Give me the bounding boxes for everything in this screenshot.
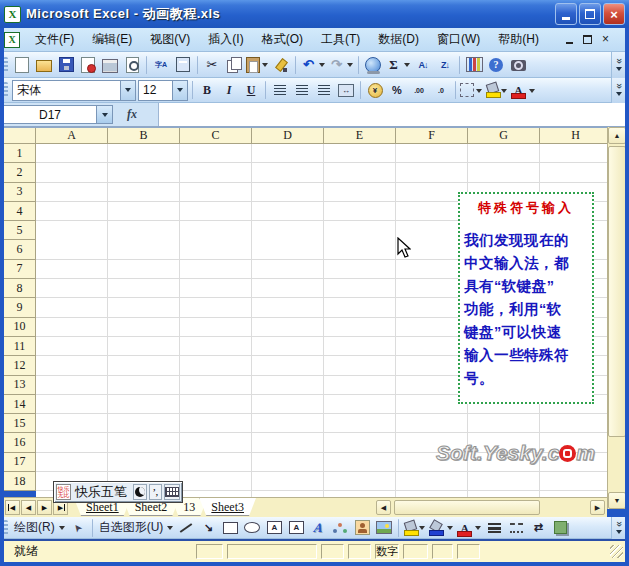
font-size-select[interactable]: 12: [138, 80, 188, 101]
menu-format[interactable]: 格式(O): [253, 28, 312, 51]
scroll-down-button[interactable]: ▼: [608, 492, 626, 509]
ime-bar[interactable]: 快乐 无比 快乐五笔 ’,: [53, 481, 183, 503]
copy-button[interactable]: [224, 55, 244, 75]
close-button[interactable]: ×: [603, 3, 625, 25]
row-header[interactable]: 11: [4, 337, 36, 356]
row-header[interactable]: 15: [4, 414, 36, 433]
line-button[interactable]: [176, 518, 196, 538]
scroll-left-button[interactable]: ◀: [376, 500, 391, 515]
column-header[interactable]: D: [252, 128, 324, 144]
punctuation-toggle-button[interactable]: ’,: [149, 484, 162, 500]
decrease-decimal-button[interactable]: .0: [431, 80, 451, 100]
align-left-button[interactable]: [270, 80, 290, 100]
permission-button[interactable]: [78, 55, 98, 75]
align-center-button[interactable]: [292, 80, 312, 100]
column-header[interactable]: A: [36, 128, 108, 144]
toolbar-options-button[interactable]: »: [611, 52, 625, 78]
chevron-down-icon[interactable]: [172, 81, 187, 100]
workbook-minimize-button[interactable]: [562, 32, 577, 46]
chevron-down-icon[interactable]: [120, 81, 135, 100]
sort-descending-button[interactable]: Z↓: [435, 55, 455, 75]
line-style-button[interactable]: [484, 518, 504, 538]
cut-button[interactable]: ✂: [202, 55, 222, 75]
scroll-right-button[interactable]: ▶: [590, 500, 605, 515]
insert-picture-button[interactable]: [374, 518, 394, 538]
merge-center-button[interactable]: ↔: [336, 80, 356, 100]
diagram-button[interactable]: [330, 518, 350, 538]
name-box-dropdown[interactable]: [97, 105, 113, 124]
soft-keyboard-button[interactable]: [164, 484, 180, 500]
print-preview-button[interactable]: [122, 55, 142, 75]
rectangle-button[interactable]: [220, 518, 240, 538]
new-button[interactable]: [12, 55, 32, 75]
row-header[interactable]: 2: [4, 163, 36, 182]
row-header[interactable]: 14: [4, 395, 36, 414]
tab-sheet3[interactable]: Sheet3: [199, 498, 256, 516]
line-color-button[interactable]: [428, 518, 454, 538]
row-header[interactable]: 3: [4, 183, 36, 202]
help-button[interactable]: ?: [486, 55, 506, 75]
shadow-style-button[interactable]: [550, 518, 570, 538]
restore-button[interactable]: [579, 3, 601, 25]
first-sheet-button[interactable]: ◀: [5, 500, 20, 515]
next-sheet-button[interactable]: ▶: [37, 500, 52, 515]
row-header[interactable]: 9: [4, 298, 36, 317]
fullwidth-toggle-button[interactable]: [133, 484, 146, 500]
arrow-style-button[interactable]: ⇄: [528, 518, 548, 538]
bold-button[interactable]: B: [197, 80, 217, 100]
row-header[interactable]: 17: [4, 453, 36, 472]
name-box[interactable]: D17: [3, 105, 97, 124]
row-header[interactable]: 5: [4, 221, 36, 240]
scroll-up-button[interactable]: ▲: [608, 127, 626, 144]
wordart-button[interactable]: A: [308, 518, 328, 538]
font-color-button[interactable]: A: [510, 80, 536, 100]
column-header[interactable]: G: [468, 128, 540, 144]
open-button[interactable]: [34, 55, 54, 75]
select-objects-button[interactable]: ➤: [68, 518, 88, 538]
resize-grip[interactable]: [610, 545, 623, 558]
formula-input[interactable]: [158, 103, 629, 126]
fill-color-button[interactable]: [485, 80, 508, 100]
column-header[interactable]: F: [396, 128, 468, 144]
vertical-scrollbar[interactable]: ▲ ▼: [607, 127, 625, 509]
row-header[interactable]: 13: [4, 376, 36, 395]
underline-button[interactable]: U: [241, 80, 261, 100]
menu-insert[interactable]: 插入(I): [199, 28, 252, 51]
row-header[interactable]: 10: [4, 318, 36, 337]
horizontal-scroll-thumb[interactable]: [394, 500, 540, 515]
clip-art-button[interactable]: [352, 518, 372, 538]
font-color-button[interactable]: A: [456, 518, 482, 538]
workbook-restore-button[interactable]: [580, 32, 595, 46]
autoshapes-menu-button[interactable]: 自选图形(U): [97, 518, 175, 538]
previous-sheet-button[interactable]: ◀: [21, 500, 36, 515]
row-header[interactable]: 1: [4, 144, 36, 163]
autosum-button[interactable]: Σ: [385, 55, 411, 75]
column-header[interactable]: B: [108, 128, 180, 144]
arrow-button[interactable]: ↘: [198, 518, 218, 538]
row-header[interactable]: 6: [4, 240, 36, 259]
menu-edit[interactable]: 编辑(E): [83, 28, 141, 51]
increase-decimal-button[interactable]: .00: [409, 80, 429, 100]
row-header[interactable]: 4: [4, 202, 36, 221]
menu-help[interactable]: 帮助(H): [489, 28, 548, 51]
menu-view[interactable]: 视图(V): [141, 28, 199, 51]
row-header[interactable]: 12: [4, 356, 36, 375]
menu-data[interactable]: 数据(D): [369, 28, 428, 51]
row-header[interactable]: 8: [4, 279, 36, 298]
menu-tools[interactable]: 工具(T): [312, 28, 369, 51]
camera-button[interactable]: [508, 55, 528, 75]
align-right-button[interactable]: [314, 80, 334, 100]
spelling-button[interactable]: 字A: [151, 55, 171, 75]
menu-window[interactable]: 窗口(W): [428, 28, 489, 51]
toolbar-options-button[interactable]: »: [611, 517, 625, 539]
text-box-button[interactable]: A: [264, 518, 284, 538]
vertical-text-box-button[interactable]: A: [286, 518, 306, 538]
insert-function-button[interactable]: fx: [127, 107, 137, 122]
oval-button[interactable]: [242, 518, 262, 538]
toolbar-options-button[interactable]: »: [611, 78, 625, 103]
workbook-close-button[interactable]: ×: [598, 32, 613, 46]
column-header[interactable]: E: [324, 128, 396, 144]
draw-menu-button[interactable]: 绘图(R): [12, 518, 66, 538]
redo-button[interactable]: ↷: [328, 55, 354, 75]
menu-file[interactable]: 文件(F): [26, 28, 83, 51]
